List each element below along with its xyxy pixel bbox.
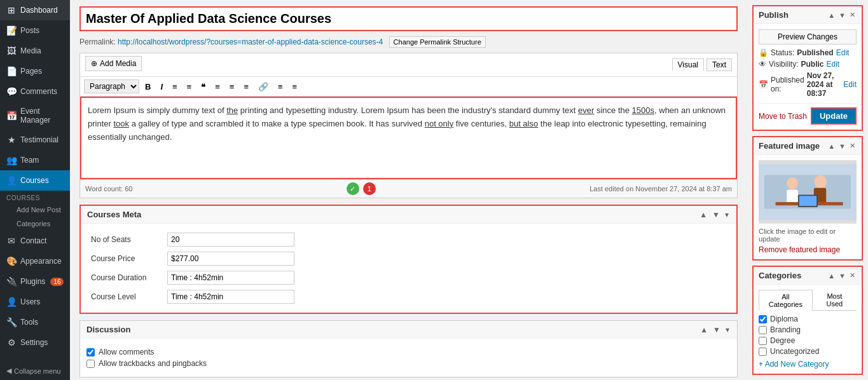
- categories-toggle-button[interactable]: ✕: [848, 271, 857, 280]
- discussion-body: Allow comments Allow trackbacks and ping…: [80, 339, 737, 377]
- category-tabs: All Categories Most Used: [759, 290, 857, 311]
- published-edit-link[interactable]: Edit: [843, 80, 857, 89]
- visibility-edit-link[interactable]: Edit: [826, 60, 839, 69]
- price-label: Course Price: [87, 249, 163, 268]
- testimonial-icon: ★: [6, 135, 17, 145]
- sidebar-item-dashboard[interactable]: ⊞ Dashboard: [0, 0, 70, 20]
- all-categories-tab[interactable]: All Categories: [759, 290, 813, 311]
- sidebar-item-media[interactable]: 🖼 Media: [0, 41, 70, 61]
- uncategorized-checkbox[interactable]: [759, 348, 767, 356]
- more-button[interactable]: ≡: [274, 80, 287, 93]
- visual-view-button[interactable]: Visual: [672, 58, 704, 71]
- blockquote-button[interactable]: ❝: [197, 80, 209, 93]
- publish-up-button[interactable]: ▲: [827, 11, 836, 19]
- courses-meta-header[interactable]: Courses Meta ▲ ▼ ▾: [81, 206, 736, 224]
- add-new-category-link[interactable]: + Add New Category: [759, 360, 857, 369]
- courses-meta-title: Courses Meta: [87, 210, 141, 219]
- sidebar-item-tools[interactable]: 🔧 Tools: [0, 312, 70, 332]
- post-title-input[interactable]: [79, 6, 738, 31]
- featured-controls: ▲ ▼ ✕: [827, 142, 857, 150]
- sidebar-item-plugins[interactable]: 🔌 Plugins 16: [0, 271, 70, 292]
- publish-down-button[interactable]: ▼: [837, 11, 847, 19]
- sidebar-sub-categories[interactable]: Categories: [0, 217, 70, 231]
- sidebar-item-testimonial[interactable]: ★ Testimonial: [0, 130, 70, 150]
- sidebar-item-pages[interactable]: 📄 Pages: [0, 61, 70, 81]
- format-select[interactable]: Paragraph Heading 1 Heading 2 Heading 3: [84, 79, 139, 93]
- discussion-toggle[interactable]: ▾: [724, 325, 731, 334]
- remove-featured-image-link[interactable]: Remove featured image: [759, 245, 857, 254]
- courses-meta-controls: ▲ ▼ ▾: [698, 210, 730, 219]
- courses-icon: 👤: [6, 175, 17, 186]
- price-input[interactable]: [167, 252, 294, 266]
- italic-button[interactable]: I: [156, 80, 167, 93]
- categories-panel-header: Categories ▲ ▼ ✕: [754, 267, 862, 285]
- publish-panel-header: Publish ▲ ▼ ✕: [754, 6, 862, 24]
- bold-button[interactable]: B: [141, 80, 155, 93]
- allow-trackbacks-checkbox[interactable]: [86, 360, 95, 368]
- publish-panel-controls: ▲ ▼ ✕: [827, 11, 857, 19]
- allow-trackbacks-row: Allow trackbacks and pingbacks: [86, 359, 731, 368]
- allow-trackbacks-label: Allow trackbacks and pingbacks: [99, 359, 207, 368]
- published-label: Published on:: [771, 76, 804, 93]
- duration-label: Course Duration: [87, 268, 163, 287]
- featured-toggle-button[interactable]: ✕: [848, 142, 857, 150]
- categories-up-button[interactable]: ▲: [827, 271, 836, 280]
- diploma-checkbox[interactable]: [759, 315, 767, 323]
- sidebar-item-users[interactable]: 👤 Users: [0, 292, 70, 312]
- unordered-list-button[interactable]: ≡: [169, 80, 181, 93]
- toolbar-toggle-button[interactable]: ≡: [289, 80, 301, 93]
- text-view-button[interactable]: Text: [706, 58, 732, 71]
- seats-input[interactable]: [167, 233, 294, 247]
- level-input[interactable]: [167, 290, 294, 304]
- discussion-header[interactable]: Discussion ▲ ▼ ▾: [80, 321, 737, 339]
- sidebar-item-event-manager[interactable]: 📅 Event Manager: [0, 102, 70, 130]
- team-icon: 👥: [6, 155, 17, 165]
- sidebar-sub-add-new[interactable]: Add New Post: [0, 203, 70, 217]
- duration-input[interactable]: [167, 271, 294, 285]
- courses-meta-down[interactable]: ▼: [711, 210, 721, 219]
- add-media-button[interactable]: ⊕ Add Media: [85, 56, 142, 71]
- sidebar-item-comments[interactable]: 💬 Comments: [0, 81, 70, 102]
- main-content: Permalink: http://localhost/wordpress/?c…: [70, 0, 747, 380]
- move-to-trash-link[interactable]: Move to Trash: [759, 112, 807, 121]
- featured-down-button[interactable]: ▼: [837, 142, 847, 150]
- sidebar-item-appearance[interactable]: 🎨 Appearance: [0, 251, 70, 271]
- editor-content[interactable]: Lorem Ipsum is simply dummy text of the …: [80, 97, 737, 179]
- discussion-up[interactable]: ▲: [699, 325, 709, 334]
- category-branding: Branding: [759, 325, 857, 334]
- sidebar-item-settings[interactable]: ⚙ Settings: [0, 332, 70, 353]
- discussion-down[interactable]: ▼: [712, 325, 722, 334]
- table-row: Course Duration: [87, 268, 730, 287]
- most-used-tab[interactable]: Most Used: [813, 290, 857, 310]
- align-center-button[interactable]: ≡: [226, 80, 238, 93]
- status-value: Published: [797, 48, 833, 57]
- featured-image[interactable]: [759, 160, 857, 224]
- link-button[interactable]: 🔗: [254, 80, 272, 93]
- sidebar-item-courses[interactable]: 👤 Courses: [0, 170, 70, 191]
- update-button[interactable]: Update: [811, 107, 857, 125]
- sidebar-item-contact[interactable]: ✉ Contact: [0, 231, 70, 251]
- align-left-button[interactable]: ≡: [211, 80, 224, 93]
- sidebar-item-posts[interactable]: 📝 Posts: [0, 20, 70, 41]
- sidebar-item-team[interactable]: 👥 Team: [0, 150, 70, 170]
- courses-meta-up[interactable]: ▲: [698, 210, 708, 219]
- featured-panel-body: Click the image to edit or update Remove…: [754, 155, 862, 259]
- courses-meta-toggle[interactable]: ▾: [724, 210, 730, 219]
- featured-up-button[interactable]: ▲: [827, 142, 836, 150]
- status-edit-link[interactable]: Edit: [836, 48, 850, 57]
- degree-checkbox[interactable]: [759, 337, 767, 345]
- branding-checkbox[interactable]: [759, 326, 767, 334]
- allow-comments-checkbox[interactable]: [86, 348, 95, 356]
- change-permalink-button[interactable]: Change Permalink Structure: [389, 36, 486, 48]
- svg-rect-3: [787, 189, 798, 203]
- collapse-menu-button[interactable]: ◀ Collapse menu: [0, 362, 70, 380]
- categories-down-button[interactable]: ▼: [837, 271, 847, 280]
- status-error-icon: 1: [363, 182, 376, 195]
- settings-icon: ⚙: [6, 337, 17, 348]
- permalink-url[interactable]: http://localhost/wordpress/?courses=mast…: [118, 37, 383, 46]
- featured-click-label: Click the image to edit or update: [759, 227, 857, 243]
- publish-toggle-button[interactable]: ✕: [848, 11, 857, 19]
- align-right-button[interactable]: ≡: [240, 80, 252, 93]
- ordered-list-button[interactable]: ≡: [183, 80, 196, 93]
- preview-changes-button[interactable]: Preview Changes: [759, 29, 857, 44]
